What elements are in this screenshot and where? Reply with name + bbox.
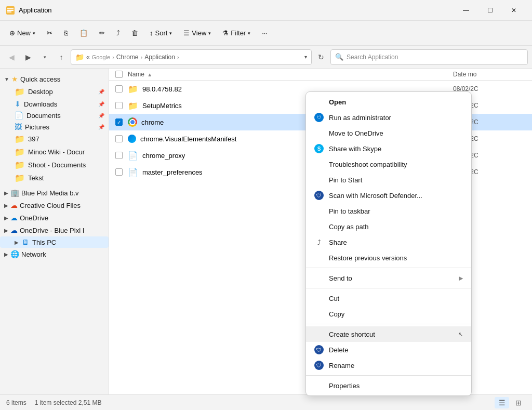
rename-icon: ✏ [99, 29, 105, 37]
sidebar-item-tekst[interactable]: 📁 Tekst [0, 171, 109, 184]
sidebar-onedrive-header[interactable]: ▶ ☁ OneDrive [0, 211, 109, 224]
address-bar-area: ◀ ▶ ▾ ↑ 📁 « Google › Chrome › Applicatio… [0, 46, 532, 69]
copy-toolbar-button[interactable]: ⎘ [59, 26, 73, 40]
sidebar-tekst-label: Tekst [28, 174, 44, 182]
back-button[interactable]: ◀ [4, 50, 19, 64]
delete-toolbar-button[interactable]: 🗑 [126, 26, 143, 40]
pictures-folder-icon: 🖼 [15, 123, 22, 131]
ctx-copy-path[interactable]: Copy as path [306, 219, 471, 234]
breadcrumb-part-google: « [86, 54, 90, 61]
ctx-restore-label: Restore previous versions [329, 254, 407, 262]
list-view-button[interactable]: ☰ [495, 397, 509, 408]
ctx-defender-icon: 🛡 [314, 191, 324, 200]
sidebar-item-documents[interactable]: 📄 Documents 📌 [0, 110, 109, 121]
network-icon: 🌐 [10, 250, 19, 258]
ctx-admin-label: Run as administrator [329, 114, 391, 122]
sidebar-blue-pixl-label: Blue Pixl Media b.v [21, 189, 79, 197]
sidebar-this-pc-header[interactable]: ▶ 🖥 This PC [0, 236, 109, 248]
sidebar-item-pictures[interactable]: 🖼 Pictures 📌 [0, 121, 109, 133]
ctx-scan-defender[interactable]: 🛡 Scan with Microsoft Defender... [306, 188, 471, 203]
share-toolbar-button[interactable]: ⤴ [111, 26, 125, 40]
network-chevron-icon: ▶ [4, 252, 8, 257]
ctx-delete[interactable]: 🛡 Delete [306, 342, 471, 358]
title-bar: Application — ☐ ✕ [0, 0, 532, 21]
sidebar-item-397[interactable]: 📁 397 [0, 133, 109, 146]
sidebar-groups: ▶ 🏢 Blue Pixl Media b.v ▶ ☁ Creative Clo… [0, 187, 109, 260]
folder-397-icon: 📁 [15, 134, 25, 144]
sidebar-item-downloads[interactable]: ⬇ Downloads 📌 [0, 98, 109, 110]
up-button[interactable]: ↑ [54, 50, 69, 64]
sidebar-item-shoot[interactable]: 📁 Shoot - Documents [0, 158, 109, 171]
address-box[interactable]: 📁 « Google › Chrome › Application › ▾ [71, 49, 312, 65]
checkbox-prefs[interactable] [115, 168, 123, 176]
new-button[interactable]: ⊕ New ▾ [4, 26, 41, 40]
forward-button[interactable]: ▶ [21, 50, 35, 64]
ctx-move-label: Move to OneDrive [329, 129, 383, 137]
ctx-open[interactable]: Open [306, 94, 471, 110]
header-date[interactable]: Date mo [453, 71, 526, 78]
ctx-troubleshoot-icon [314, 160, 324, 169]
sidebar-desktop-label: Desktop [28, 88, 53, 96]
ctx-pin-start[interactable]: Pin to Start [306, 172, 471, 188]
rename-toolbar-button[interactable]: ✏ [94, 26, 110, 40]
new-chevron-icon: ▾ [33, 31, 35, 36]
sidebar-item-minoc[interactable]: 📁 Minoc Wiki - Docur [0, 146, 109, 158]
more-icon: ··· [262, 29, 268, 37]
ctx-move-onedrive[interactable]: Move to OneDrive [306, 125, 471, 141]
search-box[interactable]: 🔍 Search Application [330, 49, 528, 65]
checkbox-setup[interactable] [115, 102, 123, 109]
sidebar-blue-pixl-header[interactable]: ▶ 🏢 Blue Pixl Media b.v [0, 187, 109, 199]
maximize-button[interactable]: ☐ [478, 2, 502, 19]
view-chevron-icon: ▾ [208, 31, 211, 36]
checkbox-chrome[interactable]: ✓ [115, 118, 123, 126]
ctx-open-label: Open [329, 98, 346, 106]
quick-access-header[interactable]: ▼ ★ Quick access [0, 73, 109, 85]
sort-button[interactable]: ↕ Sort ▾ [144, 26, 177, 40]
filter-button[interactable]: ⚗ Filter ▾ [217, 26, 256, 40]
breadcrumb-sep1: Google [92, 54, 110, 60]
sidebar-creative-cloud-header[interactable]: ▶ ☁ Creative Cloud Files [0, 199, 109, 211]
folder-icon: 📁 [75, 53, 84, 61]
ctx-skype-label: Share with Skype [329, 145, 381, 153]
checkbox-98[interactable] [115, 85, 123, 92]
sidebar-onedrive-bluepixl-header[interactable]: ▶ ☁ OneDrive - Blue Pixl I [0, 224, 109, 236]
view-button[interactable]: ☰ View ▾ [178, 26, 216, 40]
ctx-send-to[interactable]: Send to ▶ [306, 270, 471, 286]
ctx-troubleshoot[interactable]: Troubleshoot compatibility [306, 156, 471, 172]
select-all-checkbox[interactable] [115, 71, 123, 78]
sidebar-this-pc-label: This PC [32, 239, 56, 246]
paste-toolbar-button[interactable]: 📋 [74, 26, 93, 40]
ctx-copy[interactable]: Copy [306, 306, 471, 322]
ctx-restore[interactable]: Restore previous versions [306, 250, 471, 266]
sidebar-pictures-label: Pictures [25, 123, 49, 131]
refresh-button[interactable]: ↻ [314, 50, 328, 64]
title-bar-left: Application [6, 6, 52, 15]
ctx-share[interactable]: ⤴ Share [306, 234, 471, 250]
file-count: 6 items [6, 399, 26, 406]
context-menu: Open 🛡 Run as administrator Move to OneD… [305, 91, 472, 396]
file-name-proxy: chrome_proxy [142, 152, 185, 160]
close-button[interactable]: ✕ [502, 2, 526, 19]
breadcrumb-arrow2: › [141, 54, 143, 60]
checkbox-proxy[interactable] [115, 152, 123, 159]
sidebar-item-desktop[interactable]: 📁 Desktop 📌 [0, 85, 109, 98]
ctx-rename[interactable]: 🛡 Rename [306, 358, 471, 373]
new-label: New [17, 29, 31, 37]
ctx-create-shortcut[interactable]: Create shortcut ↖ [306, 326, 471, 342]
ctx-properties[interactable]: Properties [306, 378, 471, 393]
minimize-button[interactable]: — [454, 2, 478, 19]
ctx-cut[interactable]: Cut [306, 290, 471, 306]
grid-view-button[interactable]: ⊞ [511, 397, 526, 408]
cut-toolbar-button[interactable]: ✂ [42, 26, 58, 40]
header-name[interactable]: Name ▲ [128, 71, 453, 78]
ctx-run-as-admin[interactable]: 🛡 Run as administrator [306, 110, 471, 125]
recent-locations-button[interactable]: ▾ [37, 50, 52, 64]
ctx-move-icon [314, 128, 324, 138]
this-pc-icon: 🖥 [22, 238, 29, 246]
more-button[interactable]: ··· [257, 26, 273, 40]
sidebar-network-header[interactable]: ▶ 🌐 Network [0, 248, 109, 260]
checkbox-visual[interactable] [115, 135, 123, 142]
ctx-share-skype[interactable]: S Share with Skype [306, 141, 471, 156]
ctx-properties-icon [314, 381, 324, 390]
ctx-pin-taskbar[interactable]: Pin to taskbar [306, 203, 471, 219]
